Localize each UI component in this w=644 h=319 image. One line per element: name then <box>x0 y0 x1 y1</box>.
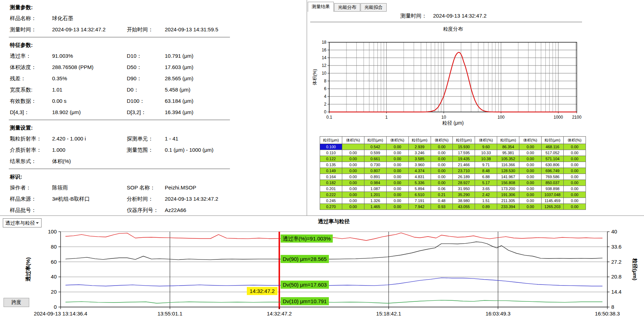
size-cell[interactable]: 7.191 <box>408 198 431 204</box>
size-cell[interactable]: 116.366 <box>497 162 519 168</box>
size-cell[interactable]: 0.00 <box>342 192 364 198</box>
size-cell[interactable]: 0.135 <box>320 162 342 168</box>
size-cell[interactable]: 0.110 <box>320 150 342 156</box>
size-cell[interactable]: 0.00 <box>431 162 453 168</box>
size-cell[interactable]: 0.661 <box>364 156 386 162</box>
size-cell[interactable]: 1.326 <box>364 198 386 204</box>
size-cell[interactable]: 0.807 <box>364 168 386 174</box>
size-cell[interactable]: 0.542 <box>364 144 386 150</box>
span-button[interactable]: 跨度 <box>4 298 29 307</box>
size-cell[interactable]: 105.352 <box>497 156 519 162</box>
size-cell[interactable]: 6.88 <box>475 174 497 180</box>
size-cell[interactable]: 23.710 <box>453 168 475 174</box>
size-cell[interactable]: 0.222 <box>320 192 342 198</box>
size-cell[interactable]: 0.00 <box>519 186 542 192</box>
size-cell[interactable]: 0.00 <box>386 144 408 150</box>
size-cell[interactable]: 0.730 <box>364 162 386 168</box>
size-cell[interactable]: 0.00 <box>342 156 364 162</box>
size-cell[interactable]: 0.00 <box>519 162 542 168</box>
size-cell[interactable]: 0.00 <box>431 144 453 150</box>
size-cell[interactable]: 21.466 <box>453 162 475 168</box>
size-cell[interactable]: 0.00 <box>563 168 586 174</box>
size-cell[interactable]: 0.00 <box>519 180 542 186</box>
tab-light-distribution[interactable]: 光能分布 <box>334 3 360 12</box>
size-cell[interactable]: 0.00 <box>563 180 586 186</box>
size-cell[interactable]: 0.00 <box>563 198 586 204</box>
size-cell[interactable]: 0.00 <box>563 174 586 180</box>
size-cell[interactable]: 0.00 <box>519 174 542 180</box>
size-cell[interactable]: 28.927 <box>453 180 475 186</box>
size-cell[interactable]: 0.00 <box>431 174 453 180</box>
size-cell[interactable]: 0.00 <box>431 168 453 174</box>
size-cell[interactable]: 0.00 <box>563 144 586 150</box>
size-cell[interactable]: 0.182 <box>320 180 342 186</box>
size-cell[interactable]: 0.00 <box>386 186 408 192</box>
size-cell[interactable]: 17.595 <box>453 150 475 156</box>
size-cell[interactable]: 0.00 <box>431 180 453 186</box>
size-cell[interactable]: 128.530 <box>497 168 519 174</box>
size-cell[interactable]: 0.245 <box>320 198 342 204</box>
size-cell[interactable]: 5.17 <box>475 180 497 186</box>
size-cell[interactable]: 0.149 <box>320 168 342 174</box>
size-cell[interactable]: 0.164 <box>320 174 342 180</box>
size-cell[interactable]: 211.305 <box>497 198 519 204</box>
size-cell[interactable]: 0.00 <box>386 204 408 210</box>
size-cell[interactable]: 10.38 <box>475 156 497 162</box>
tab-light-fitting[interactable]: 光能拟合 <box>361 3 387 12</box>
size-cell[interactable]: 0.201 <box>320 186 342 192</box>
size-cell[interactable]: 0.00 <box>519 192 542 198</box>
size-cell[interactable]: 4.831 <box>408 174 431 180</box>
size-cell[interactable]: 0.599 <box>364 150 386 156</box>
size-cell[interactable]: 2.939 <box>408 144 431 150</box>
size-cell[interactable]: 3.960 <box>408 162 431 168</box>
size-cell[interactable]: 0.00 <box>386 180 408 186</box>
size-cell[interactable]: 0.00 <box>519 198 542 204</box>
size-cell[interactable]: 86.354 <box>497 144 519 150</box>
size-cell[interactable]: 769.586 <box>542 174 564 180</box>
size-cell[interactable]: 938.898 <box>542 186 564 192</box>
size-cell[interactable]: 517.052 <box>542 150 564 156</box>
size-cell[interactable]: 35.290 <box>453 192 475 198</box>
size-cell[interactable]: 696.749 <box>542 168 564 174</box>
size-cell[interactable]: 2.42 <box>475 192 497 198</box>
size-cell[interactable]: 1.51 <box>475 198 497 204</box>
size-cell[interactable]: 9.71 <box>475 162 497 168</box>
size-cell[interactable]: 850.037 <box>542 180 564 186</box>
size-cell[interactable]: 0.00 <box>519 150 542 156</box>
tab-measure-results[interactable]: 测量结果 <box>308 2 334 12</box>
size-cell[interactable]: 0.00 <box>563 162 586 168</box>
size-cell[interactable]: 10.33 <box>475 150 497 156</box>
size-cell[interactable]: 0.00 <box>386 156 408 162</box>
size-cell[interactable]: 5.336 <box>408 180 431 186</box>
size-cell[interactable]: 1.201 <box>364 192 386 198</box>
size-cell[interactable]: 0.00 <box>386 192 408 198</box>
trend-series-selector[interactable]: 透过率与粒径 <box>3 218 42 227</box>
size-cell[interactable]: 141.967 <box>497 174 519 180</box>
size-cell[interactable]: 468.116 <box>542 144 564 150</box>
size-cell[interactable]: 0.93 <box>431 204 453 210</box>
size-cell[interactable]: 6.510 <box>408 192 431 198</box>
size-cell[interactable]: 0.00 <box>386 198 408 204</box>
size-cell[interactable]: 5.894 <box>408 186 431 192</box>
size-cell[interactable]: 0.122 <box>320 156 342 162</box>
size-cell[interactable]: 0.00 <box>386 168 408 174</box>
size-cell[interactable]: 0.00 <box>342 180 364 186</box>
size-cell[interactable]: 7.942 <box>408 204 431 210</box>
size-cell[interactable]: 0.00 <box>519 144 542 150</box>
size-cell[interactable]: 0.00 <box>563 192 586 198</box>
size-cell[interactable]: 0.00 <box>386 174 408 180</box>
size-cell[interactable]: 0.00 <box>386 150 408 156</box>
size-cell[interactable]: 3.246 <box>408 150 431 156</box>
size-cell[interactable]: 0.89 <box>475 204 497 210</box>
size-cell[interactable]: 0.00 <box>386 162 408 168</box>
size-cell[interactable]: 0.00 <box>342 198 364 204</box>
size-cell[interactable]: 0.21 <box>431 192 453 198</box>
size-cell[interactable]: 1.087 <box>364 186 386 192</box>
size-cell[interactable]: 0.00 <box>342 168 364 174</box>
size-cell[interactable]: 0.00 <box>563 156 586 162</box>
size-cell[interactable]: 19.435 <box>453 156 475 162</box>
size-cell[interactable]: 0.00 <box>342 204 364 210</box>
size-cell[interactable]: 0.891 <box>364 174 386 180</box>
size-cell[interactable]: 9.60 <box>475 144 497 150</box>
size-cell[interactable]: 0.984 <box>364 180 386 186</box>
